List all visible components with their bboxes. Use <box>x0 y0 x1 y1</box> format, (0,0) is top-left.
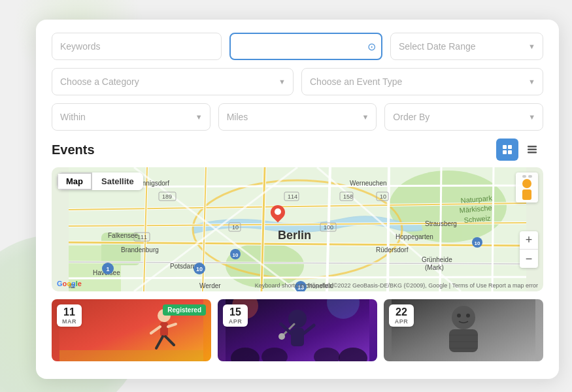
events-title: Events <box>52 142 95 157</box>
events-header: Events <box>52 139 543 161</box>
svg-rect-2 <box>503 150 507 154</box>
svg-point-105 <box>457 314 461 318</box>
svg-rect-4 <box>528 146 537 148</box>
svg-rect-81 <box>160 322 168 336</box>
map-footer-text: Keyboard shortcuts Map data ©2022 GeoBas… <box>255 282 538 289</box>
svg-text:Werneuchen: Werneuchen <box>350 180 387 187</box>
svg-rect-101 <box>449 329 478 352</box>
svg-text:Strausberg: Strausberg <box>425 220 457 227</box>
pegman-dot <box>522 175 526 178</box>
svg-rect-0 <box>503 145 507 149</box>
svg-text:10: 10 <box>380 193 386 200</box>
event-card-1[interactable]: 11 MAR Registered <box>52 299 211 361</box>
event-cards-row: 11 MAR Registered <box>52 299 543 361</box>
svg-text:158: 158 <box>343 193 353 200</box>
pegman-top-dots <box>522 175 532 178</box>
svg-point-100 <box>452 306 475 329</box>
zoom-in-button[interactable]: + <box>520 231 538 250</box>
google-g: G <box>57 280 63 287</box>
within-select[interactable]: Within <box>52 103 210 131</box>
svg-point-89 <box>288 310 307 328</box>
event-day-2: 15 <box>227 306 243 318</box>
svg-text:111: 111 <box>137 234 147 240</box>
svg-text:10: 10 <box>475 240 480 246</box>
pegman-dot <box>528 175 532 178</box>
filter-row-2: Choose a Category ▼ Choose an Event Type… <box>52 68 543 95</box>
svg-text:10: 10 <box>232 224 239 231</box>
event-date-3: 22 APR <box>389 304 414 327</box>
svg-text:Grünheide: Grünheide <box>422 256 452 263</box>
event-date-1: 11 MAR <box>57 304 82 327</box>
view-toggles <box>496 139 543 161</box>
pegman-head <box>522 179 531 188</box>
svg-text:114: 114 <box>288 193 297 200</box>
category-select[interactable]: Choose a Category <box>52 68 294 95</box>
map-zoom-controls: + − <box>520 231 538 268</box>
within-wrapper: Within ▼ <box>52 103 210 131</box>
event-card-2[interactable]: 15 APR <box>218 299 377 361</box>
order-by-select[interactable]: Order By <box>384 103 543 131</box>
event-date-2: 15 APR <box>223 304 248 327</box>
svg-rect-3 <box>508 150 512 154</box>
svg-point-9 <box>226 242 304 288</box>
grid-icon <box>502 144 513 155</box>
event-day-1: 11 <box>61 306 77 318</box>
svg-text:100: 100 <box>324 224 333 231</box>
map-tab-button[interactable]: Map <box>57 172 92 190</box>
svg-text:Werder: Werder <box>199 282 221 289</box>
event-month-3: APR <box>394 318 409 325</box>
event-day-3: 22 <box>394 306 409 318</box>
category-wrapper: Choose a Category ▼ <box>52 68 294 95</box>
svg-text:Potsdam: Potsdam <box>170 263 195 270</box>
list-view-button[interactable] <box>521 139 543 161</box>
event-type-select[interactable]: Choose an Event Type <box>301 68 543 95</box>
svg-rect-6 <box>528 152 537 154</box>
event-type-wrapper: Choose an Event Type ▼ <box>301 68 543 95</box>
svg-text:Falkensee: Falkensee <box>108 232 139 239</box>
date-range-wrapper: Select Date Range ▼ <box>390 33 543 60</box>
svg-text:1: 1 <box>106 266 109 272</box>
zoom-out-button[interactable]: − <box>520 250 538 268</box>
svg-text:Hoppegarten: Hoppegarten <box>395 233 433 240</box>
svg-rect-79 <box>59 350 203 361</box>
location-wrapper: Berlin, Germany ⊙ <box>229 33 382 60</box>
svg-text:10: 10 <box>233 252 239 258</box>
svg-rect-5 <box>528 149 537 151</box>
google-e: e <box>78 280 82 287</box>
location-icon: ⊙ <box>367 41 376 53</box>
filter-row-3: Within ▼ Miles ▼ Order By ▼ <box>52 103 543 131</box>
svg-line-22 <box>69 277 526 278</box>
svg-text:(Mark): (Mark) <box>425 264 444 271</box>
pegman-control[interactable] <box>516 172 538 203</box>
svg-text:10: 10 <box>196 266 203 272</box>
grid-view-button[interactable] <box>496 139 518 161</box>
svg-text:189: 189 <box>162 193 172 200</box>
registered-badge: Registered <box>163 304 206 316</box>
google-g2: g <box>71 280 76 287</box>
satellite-tab-button[interactable]: Satellite <box>92 172 143 190</box>
miles-wrapper: Miles ▼ <box>218 103 377 131</box>
svg-rect-90 <box>291 328 304 346</box>
miles-select[interactable]: Miles <box>218 103 377 131</box>
map-tab-controls: Map Satellite <box>57 172 143 190</box>
svg-point-106 <box>466 314 470 318</box>
filter-row-1: Berlin, Germany ⊙ Select Date Range ▼ <box>52 33 543 60</box>
event-month-1: MAR <box>61 318 77 325</box>
map-container: 158 10 10 100 111 114 189 Hennigsdorf We… <box>52 167 543 291</box>
order-by-wrapper: Order By ▼ <box>384 103 543 131</box>
event-card-3[interactable]: 22 APR <box>384 299 543 361</box>
svg-text:Brandenburg: Brandenburg <box>121 246 159 253</box>
pin-inner <box>275 208 281 215</box>
keywords-input[interactable] <box>52 33 222 60</box>
google-logo: Google <box>57 280 82 287</box>
list-icon <box>527 144 537 155</box>
date-range-select[interactable]: Select Date Range <box>390 33 543 60</box>
svg-line-32 <box>492 167 494 291</box>
location-input[interactable]: Berlin, Germany <box>229 33 382 60</box>
svg-text:Rüdersdorf: Rüdersdorf <box>376 246 409 253</box>
main-card: Berlin, Germany ⊙ Select Date Range ▼ Ch… <box>36 20 559 379</box>
svg-point-92 <box>278 333 285 340</box>
svg-text:Berlin: Berlin <box>278 229 311 242</box>
pegman-body <box>522 189 531 200</box>
event-month-2: APR <box>227 318 243 325</box>
